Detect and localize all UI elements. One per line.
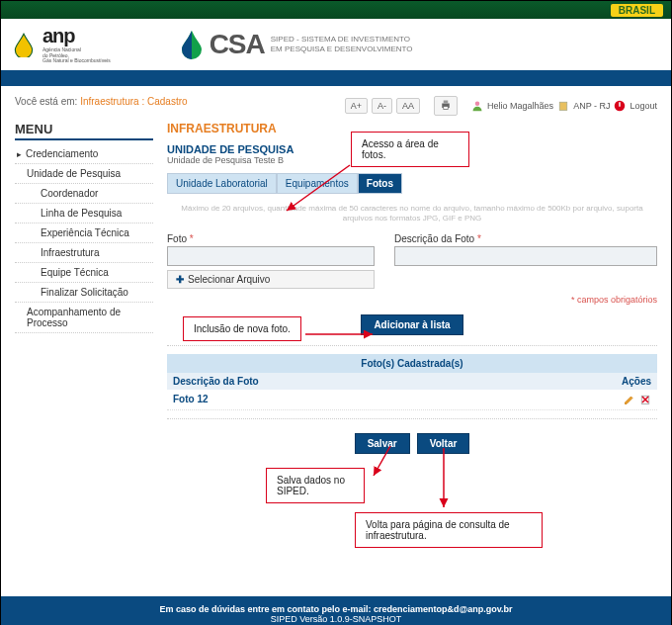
menu-experiencia[interactable]: Experiência Técnica xyxy=(15,223,153,243)
row-link[interactable]: Foto 12 xyxy=(167,390,598,409)
csa-logo: CSA SIPED - SISTEMA DE INVESTIMENTO EM P… xyxy=(180,29,413,60)
tab-unidade-lab[interactable]: Unidade Laboratorial xyxy=(167,173,277,194)
building-icon xyxy=(557,100,569,112)
callout-back: Volta para página de consulta de infraes… xyxy=(355,512,543,548)
print-button[interactable] xyxy=(434,96,458,116)
footer: Em caso de dúvidas entre em contato pelo… xyxy=(1,596,671,625)
col-descricao: Descrição da Foto xyxy=(167,373,598,390)
select-file-button[interactable]: ✚Selecionar Arquivo xyxy=(167,270,375,289)
foto-input[interactable] xyxy=(167,246,375,266)
add-to-list-button[interactable]: Adicionar à lista xyxy=(361,314,462,335)
logout-icon xyxy=(614,100,626,112)
menu-infraestrutura[interactable]: Infraestrutura xyxy=(15,243,153,263)
callout-fotos-access: Acesso a área de fotos. xyxy=(351,132,469,167)
svg-rect-1 xyxy=(444,100,449,103)
csa-drop-icon xyxy=(180,30,204,59)
table-header: Foto(s) Cadastrada(s) xyxy=(167,354,657,373)
org-info[interactable]: ANP - RJ xyxy=(557,100,610,112)
font-increase-button[interactable]: A+ xyxy=(345,98,368,114)
menu-equipe[interactable]: Equipe Técnica xyxy=(15,263,153,283)
anp-name: anp xyxy=(42,25,111,47)
required-note: * campos obrigatórios xyxy=(167,295,657,305)
anp-logo: anp Agência Nacional do Petróleo, Gás Na… xyxy=(11,25,111,64)
user-icon xyxy=(471,100,483,112)
foto-label: Foto * xyxy=(167,233,375,244)
menu-title: MENU xyxy=(15,122,153,140)
brasil-badge: BRASIL xyxy=(611,4,663,17)
desc-label: Descrição da Foto * xyxy=(394,233,657,244)
menu-unidade-pesquisa[interactable]: Unidade de Pesquisa xyxy=(15,164,153,184)
svg-rect-2 xyxy=(444,106,449,109)
edit-icon[interactable] xyxy=(624,394,635,405)
menu-acompanhamento[interactable]: Acompanhamento de Processo xyxy=(15,303,153,333)
tabs: Unidade Laboratorial Equipamentos Fotos xyxy=(167,173,657,194)
svg-point-3 xyxy=(475,101,480,106)
print-icon xyxy=(440,99,452,111)
svg-rect-6 xyxy=(620,102,622,107)
blue-separator-bar xyxy=(1,70,671,86)
sidebar-menu: MENU Credenciamento Unidade de Pesquisa … xyxy=(15,122,153,597)
menu-coordenador[interactable]: Coordenador xyxy=(15,184,153,204)
save-button[interactable]: Salvar xyxy=(355,433,410,454)
font-reset-button[interactable]: AA xyxy=(396,98,420,114)
logout-button[interactable]: Logout xyxy=(614,100,657,112)
breadcrumb-cadastro[interactable]: Cadastro xyxy=(147,96,188,107)
top-toolbar: A+ A- AA Helio Magalhães ANP - RJ xyxy=(345,96,657,116)
header: anp Agência Nacional do Petróleo, Gás Na… xyxy=(1,19,671,70)
breadcrumb: Você está em: Infraestrutura : Cadastro xyxy=(15,96,188,107)
user-info[interactable]: Helio Magalhães xyxy=(471,100,553,112)
csa-name: CSA xyxy=(210,29,265,60)
plus-icon: ✚ xyxy=(176,274,184,285)
upload-hint: Máximo de 20 arquivos, quantidade máxima… xyxy=(167,204,657,224)
callout-save: Salva dados no SIPED. xyxy=(266,468,365,503)
breadcrumb-infra[interactable]: Infraestrutura xyxy=(80,96,138,107)
menu-finalizar[interactable]: Finalizar Solicitação xyxy=(15,283,153,303)
col-acoes: Ações xyxy=(598,373,657,390)
main-panel: INFRAESTRUTURA UNIDADE DE PESQUISA Unida… xyxy=(167,122,657,597)
top-government-bar: BRASIL xyxy=(1,1,671,19)
menu-linha-pesquisa[interactable]: Linha de Pesquisa xyxy=(15,204,153,223)
font-decrease-button[interactable]: A- xyxy=(372,98,392,114)
tab-equipamentos[interactable]: Equipamentos xyxy=(277,173,358,194)
tab-fotos[interactable]: Fotos xyxy=(358,173,402,194)
delete-icon[interactable] xyxy=(639,394,651,405)
table-row: Foto 12 xyxy=(167,390,657,410)
svg-rect-4 xyxy=(559,102,567,110)
desc-input[interactable] xyxy=(394,246,657,266)
back-button[interactable]: Voltar xyxy=(417,433,470,454)
anp-drop-icon xyxy=(11,32,37,57)
menu-credenciamento[interactable]: Credenciamento xyxy=(15,144,153,164)
callout-add-photo: Inclusão de nova foto. xyxy=(183,316,301,341)
